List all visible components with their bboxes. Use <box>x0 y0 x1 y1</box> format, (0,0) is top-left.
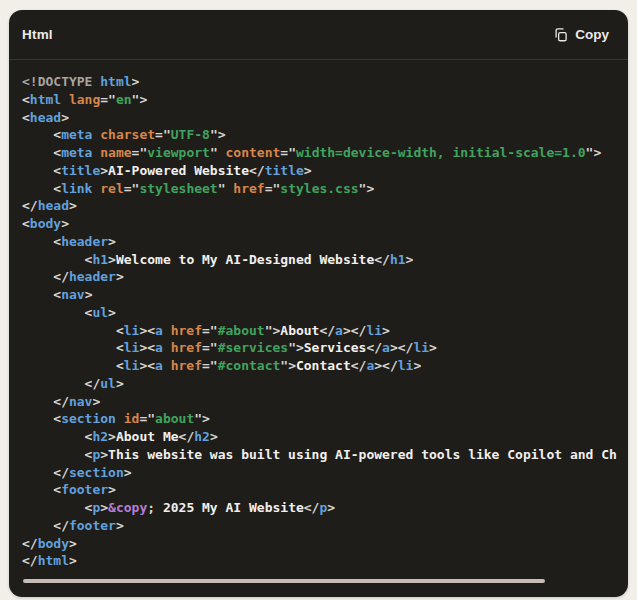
code-line: <li><a href="#contact">Contact</a></li> <box>22 357 628 375</box>
code-area[interactable]: <!DOCTYPE html><html lang="en"><head> <m… <box>9 60 628 597</box>
code-line: <li><a href="#about">About</a></li> <box>22 322 628 340</box>
code-line: <h1>Welcome to My AI-Designed Website</h… <box>22 251 628 269</box>
code-line: <nav> <box>22 286 628 304</box>
code-content: <!DOCTYPE html><html lang="en"><head> <m… <box>22 73 628 570</box>
code-line: </html> <box>22 552 628 570</box>
copy-icon <box>553 27 568 42</box>
horizontal-scrollbar <box>23 579 614 583</box>
code-line: </head> <box>22 197 628 215</box>
code-line: </header> <box>22 268 628 286</box>
code-line: <p>This website was built using AI-power… <box>22 446 628 464</box>
code-line: </footer> <box>22 517 628 535</box>
copy-label: Copy <box>575 27 609 42</box>
code-line: <header> <box>22 233 628 251</box>
language-label: Html <box>22 27 53 42</box>
code-line: <!DOCTYPE html> <box>22 73 628 91</box>
code-line: <meta name="viewport" content="width=dev… <box>22 144 628 162</box>
code-line: <h2>About Me</h2> <box>22 428 628 446</box>
code-line: <p>&copy; 2025 My AI Website</p> <box>22 499 628 517</box>
code-line: </nav> <box>22 393 628 411</box>
code-line: <title>AI-Powered Website</title> <box>22 162 628 180</box>
code-line: <section id="about"> <box>22 410 628 428</box>
code-line: </body> <box>22 535 628 553</box>
code-line: </ul> <box>22 375 628 393</box>
code-line: <link rel="stylesheet" href="styles.css"… <box>22 180 628 198</box>
code-line: <head> <box>22 109 628 127</box>
horizontal-scrollbar-thumb[interactable] <box>23 579 545 583</box>
code-line: </section> <box>22 464 628 482</box>
code-line: <ul> <box>22 304 628 322</box>
page-background: { "header": { "language_label": "Html", … <box>0 0 637 600</box>
code-line: <body> <box>22 215 628 233</box>
code-line: <li><a href="#services">Services</a></li… <box>22 339 628 357</box>
code-line: <footer> <box>22 481 628 499</box>
code-line: <meta charset="UTF-8"> <box>22 126 628 144</box>
copy-button[interactable]: Copy <box>551 23 611 46</box>
code-header: Html Copy <box>9 10 628 60</box>
code-card: Html Copy <!DOCTYPE html><html lang="en"… <box>9 10 628 597</box>
code-line: <html lang="en"> <box>22 91 628 109</box>
